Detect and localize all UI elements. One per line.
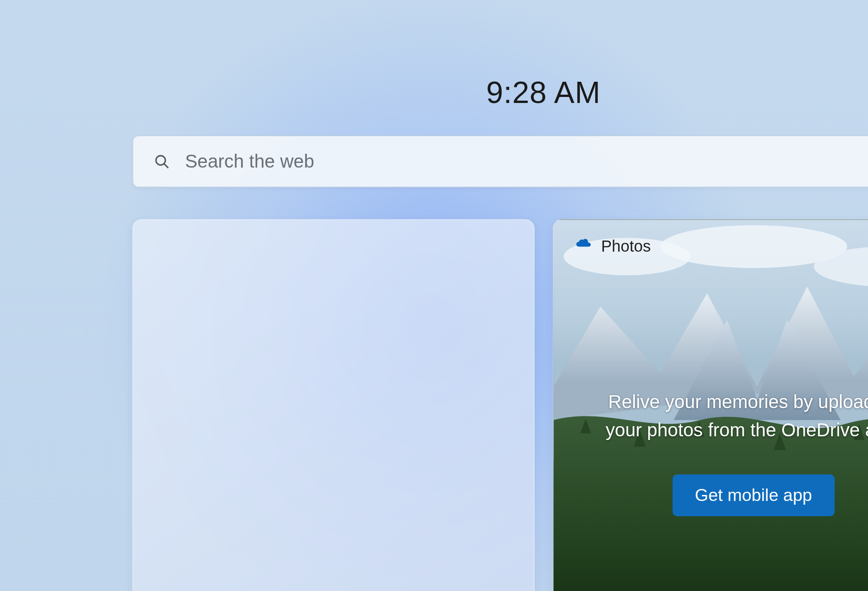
search-input[interactable] <box>185 151 868 172</box>
search-icon <box>153 153 170 170</box>
onedrive-icon <box>575 238 592 255</box>
photos-widget-title: Photos <box>601 237 651 256</box>
clock-time: 9:28 AM <box>133 74 868 110</box>
widgets-board: 9:28 AM <box>133 74 868 591</box>
photos-widget-message: Relive your memories by uploading your p… <box>588 387 868 445</box>
widget-placeholder-1[interactable] <box>133 219 534 591</box>
widgets-grid: Photos Relive your memories by uploading… <box>133 219 868 591</box>
svg-line-1 <box>164 164 168 168</box>
photos-widget[interactable]: Photos Relive your memories by uploading… <box>553 219 868 591</box>
get-mobile-app-button[interactable]: Get mobile app <box>672 474 835 516</box>
search-bar[interactable] <box>133 136 868 187</box>
